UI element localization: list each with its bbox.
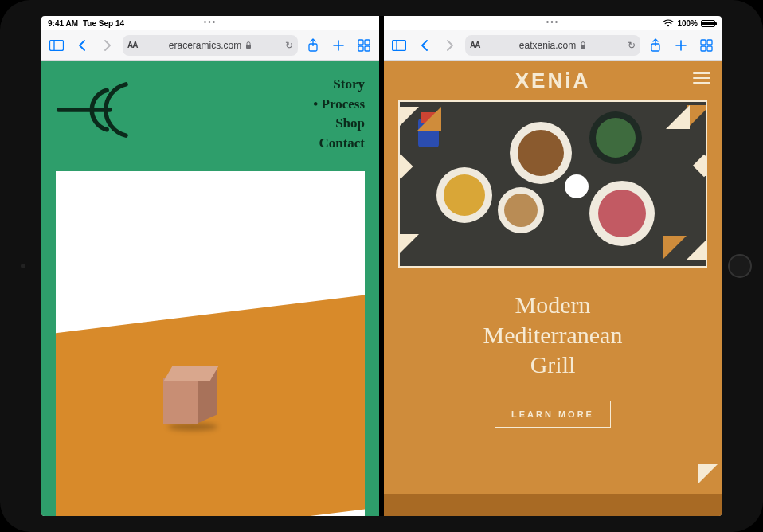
svg-rect-20	[701, 40, 706, 45]
sidebar-toggle-button[interactable]	[389, 35, 409, 56]
status-time: 9:41 AM	[48, 19, 78, 28]
sidebar-toggle-button[interactable]	[46, 35, 67, 56]
era-nav: Story Process Shop Contact	[313, 75, 365, 154]
era-logo[interactable]	[56, 75, 143, 145]
xenia-tagline: Modern Mediterranean Grill	[384, 290, 722, 380]
new-tab-button[interactable]	[671, 35, 691, 56]
back-button[interactable]	[72, 35, 92, 56]
back-button[interactable]	[414, 35, 435, 56]
xenia-hero-image	[398, 100, 707, 268]
tagline-line: Mediterranean	[384, 320, 722, 350]
lock-icon	[245, 41, 252, 49]
reload-icon[interactable]: ↻	[628, 40, 636, 51]
home-button[interactable]	[728, 254, 752, 278]
website-era-ceramics: Story Process Shop Contact	[41, 61, 379, 516]
split-view-right-pane: 100% ••• AA eatxenia.com	[384, 16, 722, 516]
svg-rect-0	[50, 40, 64, 50]
xenia-logo[interactable]: XENiA	[515, 68, 590, 93]
battery-icon	[701, 20, 715, 27]
reload-icon[interactable]: ↻	[285, 40, 293, 51]
multitasking-handle-icon[interactable]: •••	[204, 18, 217, 26]
front-camera	[21, 264, 25, 268]
status-date: Tue Sep 14	[83, 19, 124, 28]
battery-percent: 100%	[677, 19, 698, 28]
svg-rect-10	[365, 46, 370, 51]
screen: 9:41 AM Tue Sep 14 ••• AA eraceramics.co…	[41, 16, 722, 516]
url-text: eraceramics.com	[169, 40, 241, 51]
address-bar[interactable]: AA eraceramics.com ↻	[123, 35, 298, 56]
forward-button	[440, 35, 460, 56]
svg-rect-15	[581, 45, 585, 49]
website-xenia: XENiA	[384, 61, 722, 516]
svg-rect-21	[707, 40, 712, 45]
clay-block-graphic	[163, 366, 221, 426]
svg-rect-13	[392, 40, 405, 50]
svg-rect-2	[246, 45, 251, 49]
nav-link-process[interactable]: Process	[313, 95, 365, 115]
ipad-frame: 9:41 AM Tue Sep 14 ••• AA eraceramics.co…	[0, 0, 763, 532]
multitasking-handle-icon[interactable]: •••	[546, 18, 560, 26]
tabs-overview-button[interactable]	[354, 35, 374, 56]
svg-rect-23	[707, 46, 712, 51]
safari-toolbar-right: AA eatxenia.com ↻	[384, 30, 722, 61]
wifi-icon	[663, 19, 674, 27]
hamburger-menu-icon[interactable]	[693, 72, 710, 84]
tabs-overview-button[interactable]	[696, 35, 717, 56]
forward-button	[97, 35, 118, 56]
reader-aa-icon[interactable]: AA	[127, 41, 137, 49]
new-tab-button[interactable]	[328, 35, 349, 56]
share-button[interactable]	[303, 35, 323, 56]
learn-more-button[interactable]: LEARN MORE	[495, 401, 611, 428]
lock-icon	[580, 41, 586, 49]
split-view-left-pane: 9:41 AM Tue Sep 14 ••• AA eraceramics.co…	[41, 16, 379, 516]
svg-rect-8	[365, 40, 370, 45]
safari-toolbar-left: AA eraceramics.com ↻	[41, 30, 379, 61]
xenia-footer-strip	[384, 494, 722, 516]
svg-point-12	[667, 25, 669, 26]
svg-rect-22	[701, 46, 706, 51]
nav-link-contact[interactable]: Contact	[313, 134, 365, 154]
nav-link-story[interactable]: Story	[313, 75, 365, 95]
address-bar[interactable]: AA eatxenia.com ↻	[465, 35, 640, 56]
era-hero-image	[56, 171, 365, 516]
svg-rect-7	[358, 40, 363, 45]
tagline-line: Modern	[384, 290, 722, 320]
url-text: eatxenia.com	[519, 40, 576, 51]
svg-rect-9	[358, 46, 363, 51]
share-button[interactable]	[645, 35, 666, 56]
nav-link-shop[interactable]: Shop	[313, 114, 365, 134]
tagline-line: Grill	[384, 350, 722, 380]
reader-aa-icon[interactable]: AA	[470, 41, 479, 49]
